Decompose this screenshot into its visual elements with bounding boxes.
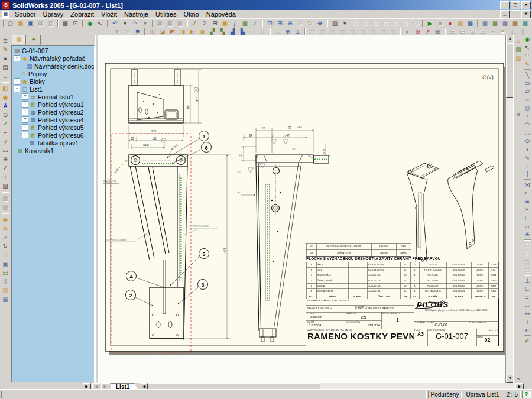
autodimension-button[interactable]: ⊥ <box>293 28 303 35</box>
tree-item-kusovnik[interactable]: ▤ Kusovník1 <box>12 147 94 154</box>
tree-item-list1[interactable]: - ▢ List1 <box>12 85 94 93</box>
print-preview-button[interactable]: ⊡ <box>70 20 80 27</box>
smart-dimension-button[interactable]: ↔ <box>273 28 283 35</box>
quick-tips-icon[interactable]: ? <box>522 391 531 398</box>
sim-notebook-button[interactable]: ▤ <box>455 20 465 27</box>
rebuild-sketch-button[interactable]: ◉ <box>523 35 532 44</box>
expand-toggle[interactable]: + <box>14 78 20 85</box>
circle-button[interactable]: ○ <box>523 96 532 104</box>
dimension-horizontal-button[interactable]: ↤ <box>523 310 532 318</box>
revision-table[interactable]: 01ZM.POZ.3,4 & NOVÁ POZ.1, 184-1351.11.2… <box>306 243 411 257</box>
sheet-format-button[interactable]: ▥ <box>1 286 10 295</box>
line-format-button[interactable]: ✎ <box>1 45 10 54</box>
no-external-ref-button[interactable]: ⊘ <box>413 28 423 35</box>
propertymanager-tab[interactable]: ✦ <box>27 35 41 45</box>
gtol-button[interactable]: ⊕ <box>1 155 10 164</box>
zoom-in-out-button[interactable]: ⊕ <box>285 20 295 27</box>
design-table-button[interactable]: ▦ <box>240 20 250 27</box>
aligned-section-button[interactable]: ◧ <box>187 28 197 35</box>
broken-view-button[interactable]: ▚ <box>218 28 228 35</box>
section-view-button[interactable]: ◨ <box>177 28 187 35</box>
cosmetic-thread-button[interactable]: ↻ <box>1 242 10 251</box>
equations-button[interactable]: ƒ <box>230 20 240 27</box>
menu-utilities[interactable]: Utilities <box>152 10 180 18</box>
vertical-scrollbar[interactable]: ▲ ▼ <box>505 35 514 383</box>
detail-view-button[interactable]: ◉ <box>197 28 207 35</box>
crop-view-button[interactable]: ▞ <box>207 28 218 35</box>
save-button[interactable]: ▣ <box>25 20 35 27</box>
menu-soubor[interactable]: Soubor <box>11 10 39 18</box>
predefined-view-button[interactable]: ▯ <box>258 28 268 35</box>
menu-nastroje[interactable]: Nástroje <box>121 10 152 18</box>
surface-finish-note[interactable]: ∅(√) <box>482 74 494 80</box>
view-orientation-pane-button[interactable]: ⌂ <box>514 36 523 45</box>
palette-5-button[interactable]: ▦ <box>520 20 530 27</box>
open-doc-button[interactable]: ▣ <box>15 20 25 27</box>
collapse-top-button[interactable]: « <box>514 110 523 119</box>
dimension-baseline-button[interactable]: ⇤ <box>523 326 532 335</box>
expand-toggle[interactable]: - <box>14 86 20 92</box>
area-hatch-button[interactable]: ▨ <box>1 181 10 190</box>
layer-properties-button[interactable]: ≣ <box>1 36 10 45</box>
tree-item-format-listu[interactable]: + ▭ Formát listu1 <box>12 93 94 100</box>
alternate-position-button[interactable]: ▙ <box>238 28 248 35</box>
design-check-button[interactable]: ▦ <box>433 28 443 35</box>
doc-close-button[interactable]: × <box>521 10 531 18</box>
doc-restore-button[interactable]: □ <box>511 10 520 18</box>
tree-item-popisy[interactable]: A Popisy <box>12 70 94 77</box>
add-relation-button[interactable]: ⊥ <box>523 277 532 285</box>
expand-toggle[interactable]: - <box>14 55 20 61</box>
expand-toggle[interactable]: + <box>22 109 28 115</box>
rebuild-button[interactable]: ◉ <box>85 20 95 27</box>
dimension-standard-button[interactable]: ↔ <box>523 301 532 310</box>
tree-root[interactable]: ▤ G-01-007 <box>12 47 94 54</box>
note-button[interactable]: ◧ <box>1 84 10 93</box>
undo-button[interactable]: ↶ <box>110 20 120 27</box>
auxiliary-view-button[interactable]: ◩ <box>167 28 177 35</box>
perimeter-circle-button[interactable]: ◎ <box>523 104 532 112</box>
offset-entities-button[interactable]: ≋ <box>523 197 532 206</box>
check-document-button[interactable]: ✓ <box>250 20 260 27</box>
stacked-balloon-button[interactable]: ◎ <box>1 224 10 233</box>
design-binder-button[interactable]: ▣ <box>220 20 230 27</box>
hyperlink-button[interactable]: ↗ <box>423 28 433 35</box>
palette-1-button[interactable]: ▦ <box>480 20 490 27</box>
drawing-canvas[interactable]: ∅(√) <box>98 35 505 383</box>
zoom-area-button[interactable]: ⊞ <box>275 20 285 27</box>
menu-okno[interactable]: Okno <box>180 10 202 18</box>
balloon-button[interactable]: ◉ <box>1 93 10 102</box>
tree-item-pohled1[interactable]: + ◩ Pohled výkresu1 <box>12 100 94 108</box>
dowel-symbol-button[interactable]: ◌ <box>1 251 10 259</box>
dimension-vertical-button[interactable]: ↕ <box>523 318 532 326</box>
display-relations-button[interactable]: ∟ <box>523 285 532 293</box>
tree-item-pohled6[interactable]: + ◩ Pohled výkresu6 <box>12 131 94 139</box>
scan-equal-button[interactable]: ≡ <box>523 293 532 301</box>
rectangle-button[interactable]: ▭ <box>523 79 532 87</box>
lighting-button[interactable]: ◐ <box>403 28 413 35</box>
tree-item-tabulka-oprav[interactable]: ▦ Tabulka oprav1 <box>12 139 94 147</box>
tree-item-navrharsky-denik[interactable]: ▤ Návrhářský deník.doc <prázd <box>12 62 94 70</box>
select-button[interactable]: ↖ <box>95 20 105 27</box>
magnet-line-button[interactable]: ⇗ <box>1 233 10 242</box>
std-3-view-button[interactable]: ◫ <box>147 28 157 35</box>
expand-toggle[interactable]: + <box>22 101 28 108</box>
break-view-button[interactable]: ▟ <box>228 28 238 35</box>
sim-record-button[interactable]: ● <box>445 20 455 27</box>
filter-flag-button[interactable]: ⚑ <box>132 28 142 35</box>
parallelogram-button[interactable]: ▱ <box>523 87 532 96</box>
extend-entities-button[interactable]: ⊢ <box>523 214 532 222</box>
view-orientation-menu-button[interactable]: ▾ <box>340 20 350 27</box>
tree-item-pohled5[interactable]: + ◩ Pohled výkresu5 <box>12 124 94 131</box>
undo-menu-button[interactable]: ▾ <box>120 20 130 27</box>
measure-button[interactable]: ∠ <box>190 20 200 27</box>
title-block[interactable]: TOLERANCE SVAŘENCE: ISO 13920 A-F PŘESNO… <box>306 299 498 346</box>
tree-item-bloky[interactable]: + ▣ Bloky <box>12 77 94 85</box>
spline-button[interactable]: ∿ <box>523 154 532 162</box>
minimize-button[interactable]: _ <box>500 1 510 9</box>
export-dxf-button[interactable]: ⇩ <box>1 277 10 286</box>
auto-balloon-button[interactable]: ◉ <box>1 215 10 224</box>
circular-pattern-button[interactable]: ✳ <box>523 231 532 239</box>
sketch-tools-more-button[interactable]: ✐ <box>523 337 532 345</box>
linear-pattern-button[interactable]: ∷ <box>523 222 532 231</box>
restore-button[interactable]: □ <box>511 1 520 9</box>
